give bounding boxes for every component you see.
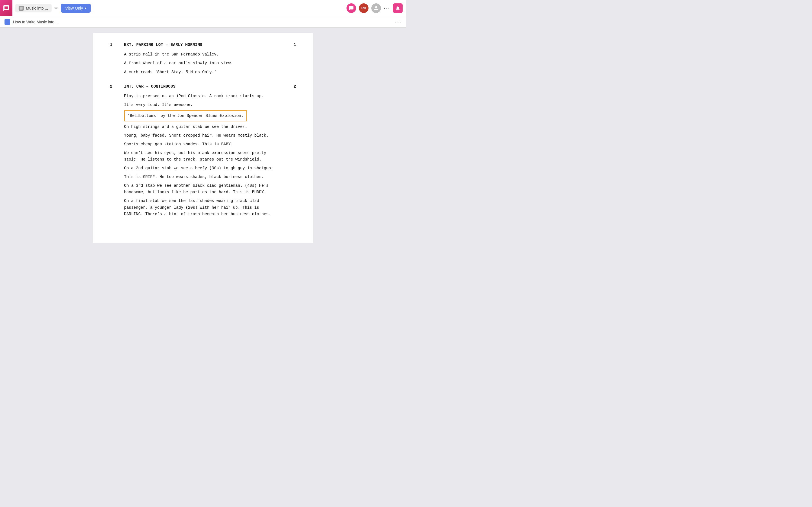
scene-1-num-right: 1 <box>294 42 296 48</box>
action-line: Play is pressed on an iPod Classic. A ro… <box>124 93 296 100</box>
logo-button[interactable] <box>0 0 12 16</box>
view-only-label: View Only <box>65 6 83 10</box>
scene-2-num-right: 2 <box>294 83 296 90</box>
action-line: It’s very loud. It’s awesome. <box>124 102 296 108</box>
action-line: A strip mall in the San Fernando Valley. <box>124 51 296 58</box>
action-line: Sports cheap gas station shades. This is… <box>124 141 296 148</box>
scene-2: 2 INT. CAR – CONTINUOUS 2 Play is presse… <box>110 83 296 217</box>
view-only-button[interactable]: View Only ▾ <box>61 4 91 13</box>
document-tab[interactable]: Music into ... <box>15 4 52 12</box>
breadcrumb-more-button[interactable]: ··· <box>395 18 402 25</box>
avatar-initials: RD <box>361 6 366 10</box>
scene-1-num-left: 1 <box>110 42 116 48</box>
nav-right-actions: RD ··· <box>347 3 403 13</box>
scene-2-header: 2 INT. CAR – CONTINUOUS 2 <box>110 83 296 90</box>
action-line: We can’t see his eyes, but his blank exp… <box>124 150 296 163</box>
action-line: Young, baby faced. Short cropped hair. H… <box>124 132 296 139</box>
screenplay-page: 1 EXT. PARKING LOT – EARLY MORNING 1 A s… <box>93 33 313 243</box>
user-avatar-rd[interactable]: RD <box>359 3 368 13</box>
scene-1-header: 1 EXT. PARKING LOT – EARLY MORNING 1 <box>110 42 296 48</box>
action-line: A front wheel of a car pulls slowly into… <box>124 60 296 66</box>
tab-label: Music into ... <box>26 6 48 10</box>
action-line: On a 2nd guitar stab we see a beefy (30s… <box>124 165 296 172</box>
scene-2-num-left: 2 <box>110 83 116 90</box>
action-line: On a 3rd stab we see another black clad … <box>124 182 296 195</box>
user-avatar-person[interactable] <box>371 3 381 13</box>
top-nav: Music into ... ✏ View Only ▾ RD ··· <box>0 0 406 16</box>
action-line: A curb reads ‘Short Stay. 5 Mins Only.’ <box>124 69 296 75</box>
edit-icon[interactable]: ✏ <box>54 5 58 11</box>
scene-2-heading: INT. CAR – CONTINUOUS <box>124 83 175 90</box>
highlighted-action-line: 'Bellbottoms' by the Jon Spencer Blues E… <box>124 110 247 121</box>
action-line: This is GRIFF. He too wears shades, blac… <box>124 174 296 180</box>
comment-avatar[interactable] <box>347 3 356 13</box>
main-area: 1 EXT. PARKING LOT – EARLY MORNING 1 A s… <box>0 27 406 248</box>
more-options-button[interactable]: ··· <box>384 5 390 11</box>
document-icon <box>18 6 24 11</box>
scene-2-action-after: On high strings and a guitar stab we see… <box>110 124 296 217</box>
notification-button[interactable] <box>393 3 403 13</box>
scene-1: 1 EXT. PARKING LOT – EARLY MORNING 1 A s… <box>110 42 296 75</box>
chevron-down-icon: ▾ <box>85 6 86 10</box>
breadcrumb-bar: How to Write Music into ... ··· <box>0 16 406 27</box>
breadcrumb-text: How to Write Music into ... <box>13 20 59 24</box>
action-line: On high strings and a guitar stab we see… <box>124 124 296 130</box>
action-line: On a final stab we see the last shades w… <box>124 198 296 217</box>
notification-icon <box>395 6 400 11</box>
chat-icon <box>3 5 10 11</box>
comment-icon <box>349 6 354 11</box>
scene-2-action: Play is pressed on an iPod Classic. A ro… <box>110 93 296 108</box>
scene-1-action: A strip mall in the San Fernando Valley.… <box>110 51 296 75</box>
breadcrumb-icon <box>4 19 10 25</box>
person-icon <box>373 6 378 11</box>
scene-1-heading: EXT. PARKING LOT – EARLY MORNING <box>124 42 202 48</box>
